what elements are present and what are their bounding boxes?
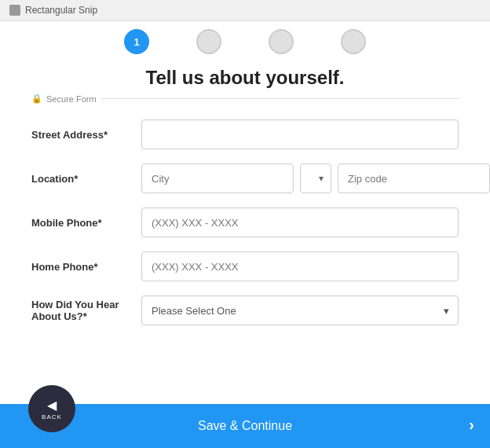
home-phone-label: Home Phone* (31, 261, 141, 273)
street-address-label: Street Address* (31, 129, 141, 141)
secure-form-divider (101, 98, 459, 99)
step-3 (269, 29, 294, 54)
secure-form-text: Secure Form (46, 94, 97, 104)
mobile-phone-label: Mobile Phone* (31, 217, 141, 229)
street-address-row: Street Address* (31, 119, 459, 149)
snip-icon (9, 5, 20, 16)
home-phone-field (141, 252, 459, 281)
stepper: 1 (0, 21, 490, 59)
top-toolbar: Rectangular Snip (0, 0, 490, 21)
city-input[interactable] (141, 163, 294, 193)
secure-form-bar: 🔒 Secure Form (0, 94, 490, 112)
mobile-phone-input[interactable] (141, 207, 459, 237)
back-button-inner: ◀ BACK (42, 398, 62, 420)
how-did-you-hear-wrapper: Please Select One Internet Search Social… (141, 296, 459, 325)
back-arrow-icon: ◀ (47, 398, 57, 413)
state-select[interactable]: State ALAKAZAR CACOCTDE FLGAHIID ILINIAK… (300, 163, 331, 193)
page-title: Tell us about yourself. (0, 59, 490, 94)
save-continue-text: Save & Continue (198, 419, 292, 433)
location-label: Location* (31, 173, 141, 185)
back-label: BACK (42, 413, 62, 420)
how-did-you-hear-label: How Did You Hear About Us?* (31, 299, 141, 322)
mobile-phone-row: Mobile Phone* (31, 207, 459, 237)
back-button[interactable]: ◀ BACK (28, 385, 75, 432)
location-row: Location* State ALAKAZAR CACOCTDE FLGAHI… (31, 163, 459, 193)
location-group: State ALAKAZAR CACOCTDE FLGAHIID ILINIAK… (141, 163, 490, 193)
mobile-phone-field (141, 207, 459, 237)
home-phone-input[interactable] (141, 252, 459, 281)
how-did-you-hear-select[interactable]: Please Select One Internet Search Social… (141, 296, 459, 325)
zip-input[interactable] (338, 163, 490, 193)
step-4 (341, 29, 366, 54)
state-wrapper: State ALAKAZAR CACOCTDE FLGAHIID ILINIAK… (300, 163, 331, 193)
lock-icon: 🔒 (31, 94, 42, 104)
how-did-you-hear-row: How Did You Hear About Us?* Please Selec… (31, 296, 459, 325)
top-bar-label: Rectangular Snip (25, 5, 97, 16)
street-address-field (141, 119, 459, 149)
how-did-you-hear-field: Please Select One Internet Search Social… (141, 296, 459, 325)
step-1: 1 (124, 29, 149, 54)
form: Street Address* Location* State ALAKAZAR… (0, 112, 490, 325)
save-continue-arrow-icon: › (469, 416, 474, 434)
step-2 (196, 29, 221, 54)
street-address-input[interactable] (141, 119, 459, 149)
home-phone-row: Home Phone* (31, 252, 459, 281)
